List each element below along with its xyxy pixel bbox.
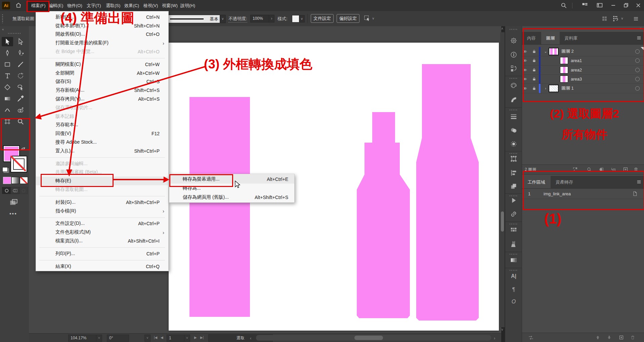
menu-item[interactable]: 儲存(S) Ctrl+S xyxy=(36,78,168,86)
delete-layer-icon[interactable] xyxy=(633,167,639,173)
layer-row[interactable]: area3 xyxy=(522,75,644,84)
style-dropdown[interactable]: ˅ xyxy=(299,15,305,22)
tab-layers[interactable]: 圖層 xyxy=(541,32,560,44)
locate-object-icon[interactable] xyxy=(587,167,592,173)
collapse-panels-icon[interactable]: » xyxy=(640,27,642,30)
lock-icon[interactable] xyxy=(532,86,539,91)
shape-area2[interactable] xyxy=(357,112,410,318)
selection-options-icon[interactable] xyxy=(510,140,517,148)
target-circle-icon[interactable] xyxy=(635,86,640,91)
style-swatch[interactable] xyxy=(292,15,299,22)
menu-item[interactable]: 另存新檔(A)... Shift+Ctrl+S xyxy=(36,86,168,95)
color-guide-icon[interactable] xyxy=(510,96,517,103)
lock-icon[interactable] xyxy=(532,58,539,63)
visibility-eye-icon[interactable] xyxy=(522,68,532,72)
gradient-tool[interactable] xyxy=(2,94,13,103)
expand-chevron-icon[interactable]: ⌄ xyxy=(543,49,549,54)
eraser-tool[interactable] xyxy=(2,83,13,92)
control-bar-menu-icon[interactable] xyxy=(633,16,639,21)
brushes-panel-icon[interactable] xyxy=(510,240,517,248)
visibility-eye-icon[interactable] xyxy=(522,77,532,81)
horizontal-scrollbar-thumb[interactable] xyxy=(354,336,383,340)
layer-name[interactable]: area1 xyxy=(571,58,582,63)
menu-item[interactable]: 打開最近使用過的檔案(F) › xyxy=(36,39,168,47)
layer-thumbnail[interactable] xyxy=(549,85,559,92)
visibility-eye-icon[interactable] xyxy=(522,49,532,54)
menu-item[interactable]: 置入(L)... Shift+Ctrl+P xyxy=(36,147,168,155)
make-clipping-mask-icon[interactable] xyxy=(599,167,604,173)
arrange-documents-icon[interactable] xyxy=(581,2,589,9)
select-similar-icon[interactable] xyxy=(363,15,371,22)
stroke-panel-icon[interactable] xyxy=(510,113,517,120)
color-palette-icon[interactable] xyxy=(510,82,517,89)
rotation-dropdown[interactable]: ˅ xyxy=(144,335,151,342)
menu-item[interactable]: 指令檔(R) › xyxy=(36,207,168,215)
layer-name[interactable]: 圖層 2 xyxy=(561,48,574,54)
fill-color-button[interactable] xyxy=(3,177,11,184)
shape-area1[interactable] xyxy=(189,97,250,317)
direct-selection-tool[interactable] xyxy=(15,37,26,46)
document-setup-button[interactable]: 文件設定 xyxy=(311,14,334,23)
pathfinder-panel-icon[interactable] xyxy=(510,183,517,190)
lasso-bubble-tool[interactable] xyxy=(15,83,26,92)
dock-grip[interactable] xyxy=(510,29,518,30)
submenu-item[interactable]: 轉存為螢幕適用... Alt+Ctrl+E xyxy=(169,175,294,184)
target-circle-icon[interactable] xyxy=(635,58,640,63)
dock-grip[interactable] xyxy=(510,195,518,196)
actions-panel-icon[interactable] xyxy=(510,197,517,204)
type-tool[interactable] xyxy=(2,71,13,81)
selection-tool[interactable] xyxy=(2,37,13,46)
tab-libraries[interactable]: 資料庫 xyxy=(560,32,582,44)
dock-grip[interactable] xyxy=(510,254,518,255)
menu-item[interactable]: 轉存選取範圍... xyxy=(36,185,168,194)
paragraph-panel-icon[interactable]: ¶ xyxy=(505,287,522,293)
artboards-panel-icon[interactable] xyxy=(510,155,517,162)
align-dropdown[interactable]: ˅ xyxy=(621,17,623,20)
opentype-panel-icon[interactable]: O xyxy=(505,299,522,305)
lock-icon[interactable] xyxy=(532,49,539,54)
select-similar-dropdown[interactable]: ˅ xyxy=(372,17,374,20)
new-layer-icon[interactable] xyxy=(623,167,629,173)
opacity-stepper[interactable]: › xyxy=(269,15,274,22)
menu-item[interactable]: 開啟舊檔(O)... Ctrl+O xyxy=(36,30,168,39)
rearrange-artboards-icon[interactable] xyxy=(528,335,534,341)
curvature-tool[interactable] xyxy=(15,48,26,58)
artboard-tool[interactable] xyxy=(2,117,13,126)
tab-asset-export[interactable]: 資產轉存 xyxy=(551,176,577,188)
lock-icon[interactable] xyxy=(532,77,539,81)
horizontal-scrollbar[interactable] xyxy=(256,335,491,341)
dock-grip[interactable] xyxy=(510,224,518,225)
opacity-label[interactable]: 不透明度: xyxy=(228,15,247,22)
close-button[interactable] xyxy=(635,2,642,9)
expand-chevron-icon[interactable]: › xyxy=(543,86,549,90)
menu-item[interactable]: 結束(X) Ctrl+Q xyxy=(36,262,168,271)
scroll-down-icon[interactable]: ˅ xyxy=(501,328,503,332)
lock-icon[interactable] xyxy=(532,68,539,72)
character-panel-icon[interactable]: A| xyxy=(505,273,522,279)
screen-mode-icon[interactable] xyxy=(9,198,19,207)
menu-item[interactable] xyxy=(39,260,165,260)
new-artboard-icon[interactable] xyxy=(619,335,625,341)
eyedropper-tool[interactable] xyxy=(15,94,26,103)
align-panel-icon[interactable] xyxy=(510,169,517,177)
gradient-panel-icon[interactable] xyxy=(510,256,517,264)
menu-item[interactable]: 邀請參與編輯... xyxy=(36,159,168,168)
preferences-button[interactable]: 偏好設定 xyxy=(337,14,359,23)
shape-builder-tool[interactable] xyxy=(15,105,26,115)
collect-for-export-icon[interactable] xyxy=(572,167,578,173)
transparency-panel-icon[interactable] xyxy=(510,127,517,134)
dock-grip[interactable] xyxy=(510,153,518,154)
target-circle-icon[interactable] xyxy=(635,49,640,54)
menu-help[interactable]: 說明(H) xyxy=(180,0,195,11)
zoom-level-field[interactable]: 104.17% xyxy=(68,335,96,342)
layer-name[interactable]: area3 xyxy=(571,77,582,82)
menu-item[interactable] xyxy=(39,157,165,158)
menu-item[interactable]: 文件設定(D)... Alt+Ctrl+P xyxy=(36,219,168,228)
toolbar-grip[interactable] xyxy=(8,33,21,34)
minimize-button[interactable] xyxy=(610,2,617,9)
layer-name[interactable]: area2 xyxy=(571,67,582,72)
menu-item[interactable]: 搜尋 Adobe Stock... xyxy=(36,138,168,147)
submenu-item[interactable]: 轉存為... xyxy=(169,184,294,193)
rotation-field[interactable]: 0° xyxy=(107,335,129,342)
menu-item[interactable]: 共用以供審核 (Beta)... xyxy=(36,168,168,177)
